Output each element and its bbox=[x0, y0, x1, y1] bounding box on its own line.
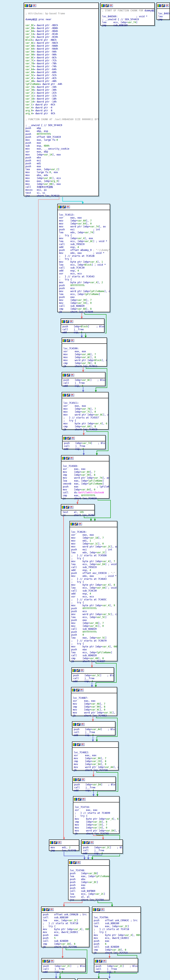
graph-node-loc_7C46E2[interactable]: loc_7C46E2:xor eax, eaxmov [ebp+var_90],… bbox=[72, 741, 118, 770]
graph-node-loc_7C46B7[interactable]: loc_7C46B7:xor eax, eaxmov [ebp+var_48],… bbox=[71, 687, 117, 716]
node-group-icon[interactable] bbox=[90, 841, 94, 844]
node-title-bar[interactable] bbox=[82, 840, 123, 846]
node-edit-icon[interactable] bbox=[73, 861, 77, 864]
node-edit-icon[interactable] bbox=[78, 798, 81, 801]
graph-node-free-var_2C-a[interactable]: push [ebp+var_2C] ; Blockcall j__freeadd… bbox=[81, 840, 123, 854]
graph-node-free-var_8C[interactable]: push [ebp+var_8C] ; Blockcall j__freeadd… bbox=[61, 372, 105, 386]
graph-node-chunk-B46560[interactable]: ; START OF FUNCTION CHUNK FOR dummy確認 lo… bbox=[100, 3, 155, 25]
node-group-icon[interactable] bbox=[79, 523, 82, 525]
node-group-icon[interactable] bbox=[77, 861, 80, 864]
node-title-bar[interactable] bbox=[62, 392, 108, 398]
graph-node-free-var_2C-c[interactable]: push [ebp+var_2C] ; Blockcall j__freeadd… bbox=[94, 958, 138, 972]
node-group-icon[interactable] bbox=[82, 798, 85, 801]
node-color-icon[interactable] bbox=[42, 960, 46, 963]
node-title-bar[interactable] bbox=[72, 742, 118, 748]
node-edit-icon[interactable] bbox=[29, 4, 32, 7]
node-color-icon[interactable] bbox=[71, 523, 74, 525]
node-edit-icon[interactable] bbox=[162, 4, 165, 7]
graph-node-loc_7C45ED[interactable]: loc_7C45ED:xor eax, eaxmov [ebp+var_60],… bbox=[61, 455, 109, 499]
node-title-bar[interactable] bbox=[78, 979, 108, 980]
graph-node-loc_7C479A[interactable]: loc_7C479A:push offset unk_C09A3C ; Srcc… bbox=[92, 907, 141, 953]
node-edit-icon[interactable] bbox=[97, 908, 100, 911]
node-edit-icon[interactable] bbox=[66, 457, 69, 460]
node-edit-icon[interactable] bbox=[77, 743, 80, 746]
node-title-bar[interactable] bbox=[101, 3, 154, 9]
graph-node-test-al-10h[interactable]: test al, 10hjz short loc_7C4626 bbox=[61, 504, 95, 515]
graph-node-free-var_D4[interactable]: push [ebp+var_D4] ; Blockcall j__freeadd… bbox=[72, 776, 116, 791]
node-title-bar[interactable] bbox=[41, 979, 75, 980]
graph-node-loc_7C47CA[interactable]: loc_7C47CA:mov bl, 1 bbox=[77, 978, 108, 980]
node-edit-icon[interactable] bbox=[67, 374, 70, 377]
node-color-icon[interactable] bbox=[62, 506, 65, 509]
node-title-bar[interactable] bbox=[61, 504, 94, 511]
node-title-bar[interactable] bbox=[61, 319, 104, 325]
node-group-icon[interactable] bbox=[71, 437, 75, 440]
graph-node-chunk-B46568[interactable]: loc_B46568:lea ecx, [ebp+var_74]jmp sub_… bbox=[156, 3, 170, 20]
node-group-icon[interactable] bbox=[81, 723, 85, 726]
node-title-bar[interactable] bbox=[62, 372, 105, 378]
node-title-bar[interactable] bbox=[24, 3, 98, 9]
node-color-icon[interactable] bbox=[63, 437, 66, 440]
node-color-icon[interactable] bbox=[58, 205, 61, 208]
node-title-bar[interactable] bbox=[71, 687, 117, 693]
node-edit-icon[interactable] bbox=[86, 841, 90, 844]
node-group-icon[interactable] bbox=[103, 960, 106, 963]
graph-node-loc_7C4796[interactable]: loc_7C4796:xor bl, bljmp short loc_7C47C… bbox=[41, 978, 75, 980]
node-color-icon[interactable] bbox=[74, 798, 77, 801]
node-edit-icon[interactable] bbox=[77, 778, 81, 781]
graph-node-free-var_2C-b[interactable]: push [ebp+var_2C] ; Blockcall j__freeadd… bbox=[41, 958, 86, 972]
node-edit-icon[interactable] bbox=[66, 320, 69, 323]
node-group-icon[interactable] bbox=[70, 320, 73, 323]
node-title-bar[interactable] bbox=[72, 668, 114, 674]
graph-node-free-var_A4[interactable]: push [ebp+var_A4] ; Blockcall j__freeadd… bbox=[72, 721, 115, 735]
node-group-icon[interactable] bbox=[80, 669, 84, 672]
node-group-icon[interactable] bbox=[71, 339, 74, 342]
node-group-icon[interactable] bbox=[80, 689, 83, 692]
node-edit-icon[interactable] bbox=[76, 689, 79, 692]
node-group-icon[interactable] bbox=[70, 506, 73, 509]
graph-node-mov-edi-2[interactable]: mov edi, 2jmp loc_7C4748 bbox=[49, 840, 79, 851]
graph-node-loc_7C4626[interactable]: loc_7C4626:xor eax, eaxmov [ebp+var_18],… bbox=[69, 521, 117, 661]
node-color-icon[interactable] bbox=[69, 861, 72, 864]
node-edit-icon[interactable] bbox=[67, 394, 70, 396]
node-edit-icon[interactable] bbox=[67, 339, 70, 342]
node-color-icon[interactable] bbox=[72, 669, 76, 672]
node-title-bar[interactable] bbox=[49, 840, 79, 846]
node-color-icon[interactable] bbox=[73, 778, 77, 781]
node-group-icon[interactable] bbox=[82, 778, 85, 781]
node-title-bar[interactable] bbox=[70, 521, 117, 527]
graph-node-func-header[interactable]: ; Attributes: bp-based frame dummy確認 pro… bbox=[24, 3, 99, 196]
node-edit-icon[interactable] bbox=[62, 205, 66, 208]
node-group-icon[interactable] bbox=[166, 4, 169, 7]
node-color-icon[interactable] bbox=[42, 908, 46, 911]
node-color-icon[interactable] bbox=[63, 339, 66, 342]
node-title-bar[interactable] bbox=[58, 204, 110, 210]
node-title-bar[interactable] bbox=[42, 958, 85, 964]
graph-node-free-var_74[interactable]: push [ebp+var_74] ; Blockcall j__freeadd… bbox=[62, 435, 105, 449]
node-color-icon[interactable] bbox=[63, 374, 66, 377]
graph-node-loc_7C4513[interactable]: loc_7C4513:xor eax, eaxmov [ebp+var_60],… bbox=[57, 204, 110, 312]
node-group-icon[interactable] bbox=[81, 743, 85, 746]
node-title-bar[interactable] bbox=[94, 958, 138, 964]
node-color-icon[interactable] bbox=[157, 4, 161, 7]
node-color-icon[interactable] bbox=[73, 743, 76, 746]
node-title-bar[interactable] bbox=[63, 436, 105, 441]
node-group-icon[interactable] bbox=[51, 960, 54, 963]
node-color-icon[interactable] bbox=[101, 4, 105, 7]
node-color-icon[interactable] bbox=[25, 4, 28, 7]
node-edit-icon[interactable] bbox=[54, 841, 57, 844]
node-edit-icon[interactable] bbox=[46, 908, 49, 911]
node-group-icon[interactable] bbox=[58, 841, 61, 844]
node-title-bar[interactable] bbox=[92, 907, 140, 913]
node-title-bar[interactable] bbox=[61, 455, 109, 461]
node-edit-icon[interactable] bbox=[99, 960, 102, 963]
node-group-icon[interactable] bbox=[110, 4, 113, 7]
node-color-icon[interactable] bbox=[63, 394, 66, 396]
node-edit-icon[interactable] bbox=[77, 669, 80, 672]
node-edit-icon[interactable] bbox=[105, 4, 109, 7]
node-title-bar[interactable] bbox=[62, 338, 107, 344]
node-group-icon[interactable] bbox=[70, 457, 74, 460]
node-color-icon[interactable] bbox=[73, 723, 76, 726]
node-edit-icon[interactable] bbox=[74, 523, 78, 525]
node-group-icon[interactable] bbox=[101, 908, 104, 911]
